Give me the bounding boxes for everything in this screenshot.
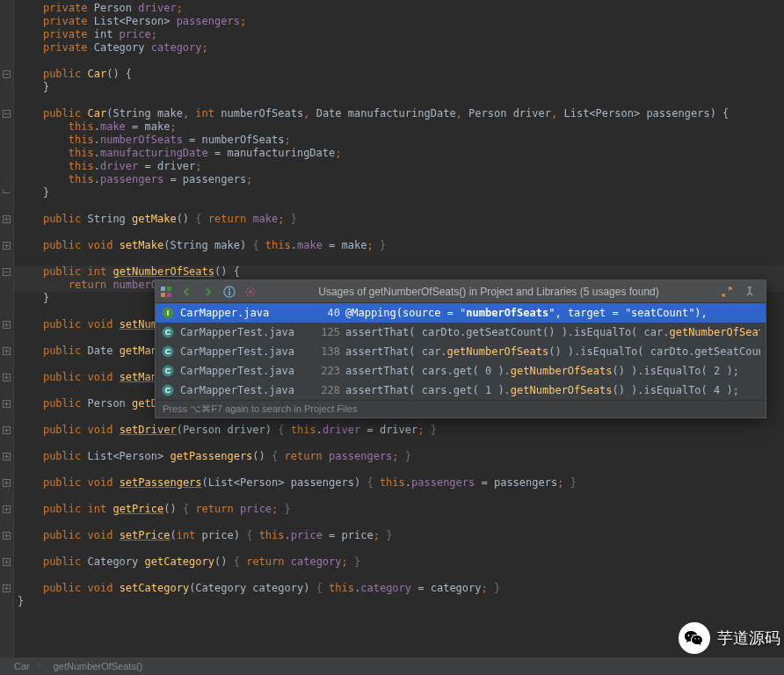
- fold-end-icon[interactable]: [0, 186, 13, 200]
- open-find-window-icon[interactable]: [716, 282, 737, 301]
- code-line[interactable]: private Category category;: [14, 41, 784, 54]
- code-line[interactable]: [14, 200, 784, 213]
- code-line[interactable]: public void setCategory(Category categor…: [14, 582, 784, 595]
- fold-expand-icon[interactable]: [0, 503, 13, 516]
- gutter: [0, 0, 14, 675]
- code-line[interactable]: [14, 463, 784, 476]
- usage-row[interactable]: C CarMapperTest.java 138 assertThat( car…: [156, 342, 766, 361]
- gutter-spacer: [0, 81, 13, 94]
- code-line[interactable]: public Category getCategory() { return c…: [14, 555, 784, 569]
- code-line[interactable]: this.numberOfSeats = numberOfSeats;: [14, 134, 784, 147]
- breadcrumb-method[interactable]: getNumberOfSeats(): [54, 661, 142, 671]
- gutter-spacer: [0, 2, 13, 15]
- prev-occurrence-icon[interactable]: [177, 282, 198, 301]
- fold-expand-icon[interactable]: [0, 450, 13, 463]
- svg-rect-45: [161, 287, 165, 291]
- code-line[interactable]: public void setMake(String make) { this.…: [14, 239, 784, 252]
- usage-row[interactable]: I CarMapper.java 40 @Mapping(source = "n…: [156, 303, 766, 323]
- fold-expand-icon[interactable]: [0, 213, 13, 226]
- fold-expand-icon[interactable]: [0, 529, 13, 542]
- svg-text:C: C: [165, 347, 171, 356]
- svg-text:C: C: [165, 328, 171, 337]
- fold-expand-icon[interactable]: [0, 371, 13, 384]
- gutter-spacer: [0, 226, 13, 239]
- usage-line-number: 138: [309, 345, 340, 358]
- breadcrumb-separator: 〉: [37, 660, 47, 673]
- code-line[interactable]: public Car() {: [14, 68, 784, 81]
- code-line[interactable]: this.make = make;: [14, 120, 784, 134]
- code-line[interactable]: [14, 542, 784, 555]
- code-line[interactable]: public void setPassengers(List<Person> p…: [14, 476, 784, 490]
- gutter-spacer: [0, 15, 13, 28]
- code-line[interactable]: [14, 226, 784, 239]
- gutter-spacer: [0, 384, 13, 397]
- gutter-spacer: [0, 41, 13, 54]
- usage-file: CarMapperTest.java: [180, 345, 303, 358]
- fold-expand-icon[interactable]: [0, 582, 13, 595]
- file-type-icon: C: [161, 383, 175, 397]
- code-line[interactable]: public Car(String make, int numberOfSeat…: [14, 107, 784, 120]
- fold-expand-icon[interactable]: [0, 424, 13, 437]
- code-line[interactable]: [14, 490, 784, 503]
- code-line[interactable]: [14, 54, 784, 68]
- code-line[interactable]: }: [14, 81, 784, 94]
- code-line[interactable]: [14, 516, 784, 529]
- pin-icon[interactable]: [739, 282, 760, 301]
- gutter-spacer: [0, 305, 13, 318]
- svg-rect-46: [167, 287, 171, 291]
- info-icon[interactable]: [219, 282, 240, 301]
- gutter-spacer: [0, 28, 13, 41]
- fold-collapse-icon[interactable]: [0, 265, 13, 279]
- usage-preview: assertThat( carDto.getSeatCount() ).isEq…: [345, 326, 760, 338]
- code-line[interactable]: public String getMake() { return make; }: [14, 213, 784, 226]
- fold-expand-icon[interactable]: [0, 345, 13, 358]
- code-line[interactable]: private int price;: [14, 28, 784, 41]
- fold-expand-icon[interactable]: [0, 555, 13, 569]
- code-line[interactable]: [14, 569, 784, 582]
- fold-expand-icon[interactable]: [0, 397, 13, 410]
- usage-row[interactable]: C CarMapperTest.java 223 assertThat( car…: [156, 361, 766, 381]
- fold-expand-icon[interactable]: [0, 239, 13, 252]
- code-line[interactable]: [14, 94, 784, 107]
- gutter-spacer: [0, 463, 13, 476]
- wechat-icon: [679, 622, 710, 654]
- code-line[interactable]: }: [14, 186, 784, 200]
- usage-file: CarMapperTest.java: [180, 326, 303, 338]
- fold-expand-icon[interactable]: [0, 318, 13, 331]
- next-occurrence-icon[interactable]: [198, 282, 219, 301]
- code-line[interactable]: public void setDriver(Person driver) { t…: [14, 424, 784, 437]
- gutter-spacer: [0, 516, 13, 529]
- find-usages-popup: Usages of getNumberOfSeats() in Project …: [155, 279, 766, 418]
- usage-row[interactable]: C CarMapperTest.java 228 assertThat( car…: [156, 381, 766, 400]
- fold-expand-icon[interactable]: [0, 476, 13, 490]
- fold-collapse-icon[interactable]: [0, 107, 13, 120]
- code-line[interactable]: this.driver = driver;: [14, 160, 784, 173]
- code-line[interactable]: public void setPrice(int price) { this.p…: [14, 529, 784, 542]
- svg-point-52: [249, 290, 252, 294]
- code-line[interactable]: this.passengers = passengers;: [14, 173, 784, 186]
- code-line[interactable]: public int getPrice() { return price; }: [14, 503, 784, 516]
- breadcrumb-class[interactable]: Car: [14, 661, 30, 671]
- gutter-spacer: [0, 490, 13, 503]
- code-line[interactable]: [14, 437, 784, 450]
- gutter-spacer: [0, 200, 13, 213]
- usage-preview: assertThat( cars.get( 0 ).getNumberOfSea…: [345, 365, 760, 377]
- usage-row[interactable]: C CarMapperTest.java 125 assertThat( car…: [156, 323, 766, 342]
- fold-collapse-icon[interactable]: [0, 68, 13, 81]
- usage-line-number: 125: [309, 326, 340, 338]
- group-by-icon[interactable]: [156, 282, 177, 301]
- svg-rect-50: [229, 291, 230, 295]
- code-line[interactable]: [14, 252, 784, 265]
- usage-file: CarMapperTest.java: [180, 365, 303, 377]
- code-line[interactable]: public List<Person> getPassengers() { re…: [14, 450, 784, 463]
- code-line[interactable]: private List<Person> passengers;: [14, 15, 784, 28]
- code-line[interactable]: }: [14, 595, 784, 608]
- gutter-spacer: [0, 292, 13, 305]
- code-line[interactable]: public int getNumberOfSeats() {: [14, 265, 784, 279]
- gutter-spacer: [0, 569, 13, 582]
- status-bar: Car 〉 getNumberOfSeats(): [0, 657, 784, 675]
- settings-icon[interactable]: [240, 282, 261, 301]
- code-line[interactable]: this.manufacturingDate = manufacturingDa…: [14, 147, 784, 160]
- watermark: 芋道源码: [679, 622, 780, 654]
- code-line[interactable]: private Person driver;: [14, 2, 784, 15]
